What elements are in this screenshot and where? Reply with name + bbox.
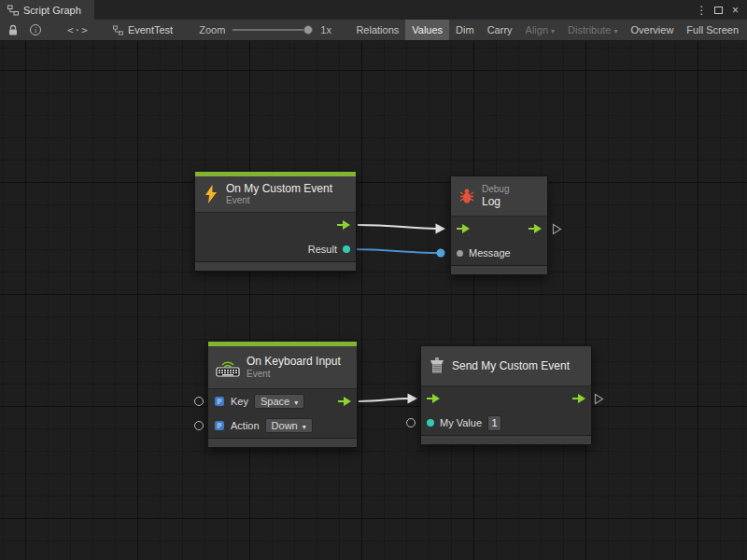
graph-name-label: EventTest: [128, 24, 173, 35]
my-value-port-label: My Value: [440, 417, 482, 428]
full-screen-button[interactable]: Full Screen: [680, 20, 745, 40]
overview-button[interactable]: Overview: [625, 20, 681, 40]
flow-continuation-triangle[interactable]: [552, 223, 562, 235]
window-controls: ⋮ ×: [695, 0, 747, 20]
action-input-row: Action Down ▾: [208, 413, 357, 438]
message-input-row: Message: [451, 241, 547, 265]
key-dropdown-value: Space: [261, 396, 289, 407]
node-on-keyboard-input[interactable]: On Keyboard Input Event Key Space ▾: [207, 341, 358, 448]
chevron-down-icon: ▾: [614, 27, 618, 35]
node-on-my-custom-event[interactable]: On My Custom Event Event Result: [194, 171, 357, 272]
node-debug-log[interactable]: Debug Log Message: [450, 175, 548, 275]
flow-output-row: [195, 213, 356, 237]
node-header[interactable]: On My Custom Event Event: [195, 176, 356, 212]
zoom-control: Zoom 1x: [199, 24, 331, 35]
node-footer[interactable]: [195, 262, 356, 271]
align-label: Align: [526, 24, 548, 35]
toolbar-buttons: Relations Values Dim Carry Align ▾ Distr…: [349, 20, 745, 40]
action-port-label: Action: [231, 420, 260, 431]
node-title: Send My Custom Event: [452, 359, 570, 372]
message-input-port[interactable]: [457, 250, 463, 257]
flow-output-port[interactable]: [337, 220, 350, 230]
script-graph-icon: [7, 5, 19, 16]
flow-row: [451, 217, 547, 241]
result-output-row: Result: [195, 237, 356, 261]
carry-button[interactable]: Carry: [481, 20, 519, 40]
zoom-slider-track[interactable]: [233, 29, 313, 31]
message-port-label: Message: [469, 247, 511, 259]
my-value-field[interactable]: 1: [487, 415, 501, 431]
flow-output-port[interactable]: [572, 394, 585, 403]
wire-value-result-to-message[interactable]: [347, 245, 445, 258]
send-event-icon: [429, 357, 445, 375]
code-view-icon[interactable]: <·>: [67, 24, 89, 36]
tab-script-graph[interactable]: Script Graph: [0, 0, 94, 20]
maximize-box: [714, 7, 723, 14]
my-value-input-row: My Value 1: [421, 411, 591, 435]
my-value-input-port[interactable]: [427, 419, 434, 427]
enum-type-icon: [214, 420, 225, 431]
node-footer[interactable]: [421, 436, 591, 444]
script-graph-icon: [113, 25, 123, 35]
info-icon[interactable]: i: [24, 20, 47, 40]
values-button[interactable]: Values: [405, 20, 449, 40]
lightning-bolt-icon: [203, 185, 219, 203]
flow-input-port[interactable]: [427, 394, 440, 403]
zoom-slider-handle[interactable]: [303, 25, 313, 35]
graph-name-breadcrumb[interactable]: EventTest: [113, 24, 173, 35]
action-dropdown[interactable]: Down ▾: [265, 418, 313, 433]
align-button[interactable]: Align ▾: [519, 20, 561, 40]
my-value-unconnected-port[interactable]: [406, 418, 416, 427]
flow-output-port[interactable]: [529, 224, 542, 233]
dim-button[interactable]: Dim: [449, 20, 481, 40]
unity-visual-scripting-window: Script Graph ⋮ × i <·>: [0, 0, 747, 560]
window-tab-bar: Script Graph ⋮ ×: [0, 0, 747, 20]
flow-input-port[interactable]: [457, 224, 470, 233]
chevron-down-icon: ▾: [294, 399, 298, 407]
wire-flow-keyboard-to-send[interactable]: [359, 394, 417, 404]
zoom-slider[interactable]: [233, 24, 313, 35]
node-footer[interactable]: [208, 439, 357, 447]
flow-row: [421, 386, 591, 411]
node-send-my-custom-event[interactable]: Send My Custom Event My Value 1: [420, 345, 592, 445]
close-icon[interactable]: ×: [728, 5, 742, 16]
action-dropdown-value: Down: [272, 420, 298, 431]
flow-output-port[interactable]: [338, 397, 351, 406]
distribute-button[interactable]: Distribute ▾: [561, 20, 624, 40]
action-unconnected-port[interactable]: [194, 421, 204, 430]
node-title: On Keyboard Input: [247, 355, 341, 368]
node-header[interactable]: Debug Log: [451, 176, 547, 216]
graph-wires: [0, 41, 747, 560]
node-title: Log: [482, 195, 509, 208]
chevron-down-icon: ▾: [303, 423, 306, 431]
lock-icon[interactable]: [2, 20, 24, 40]
node-subtitle: Event: [226, 195, 332, 206]
node-header[interactable]: Send My Custom Event: [421, 346, 591, 385]
menu-icon[interactable]: ⋮: [695, 5, 709, 16]
result-port-label: Result: [308, 244, 337, 255]
keyboard-icon: [216, 358, 240, 377]
result-output-port[interactable]: [343, 245, 350, 253]
key-input-row: Key Space ▾: [208, 389, 357, 413]
node-subtitle: Event: [247, 369, 341, 380]
enum-type-icon: [214, 396, 225, 407]
key-port-label: Key: [231, 396, 248, 407]
zoom-label: Zoom: [199, 24, 225, 35]
node-title: On My Custom Event: [226, 182, 332, 195]
relations-button[interactable]: Relations: [349, 20, 405, 40]
wire-flow-customevent-to-log[interactable]: [358, 224, 445, 234]
graph-toolbar: i <·> EventTest Zoom 1x Relations Va: [0, 20, 747, 41]
zoom-value: 1x: [320, 24, 331, 35]
node-footer[interactable]: [451, 266, 547, 274]
bug-icon: [458, 188, 475, 204]
chevron-down-icon: ▾: [551, 27, 555, 35]
key-unconnected-port[interactable]: [194, 397, 204, 406]
info-glyph: i: [30, 24, 41, 35]
graph-canvas[interactable]: On My Custom Event Event Result: [0, 41, 747, 560]
node-header[interactable]: On Keyboard Input Event: [208, 346, 357, 388]
maximize-icon[interactable]: [712, 5, 726, 16]
flow-continuation-triangle[interactable]: [594, 393, 604, 405]
node-surtitle: Debug: [482, 184, 509, 195]
tab-title: Script Graph: [23, 5, 81, 16]
key-dropdown[interactable]: Space ▾: [254, 394, 304, 409]
